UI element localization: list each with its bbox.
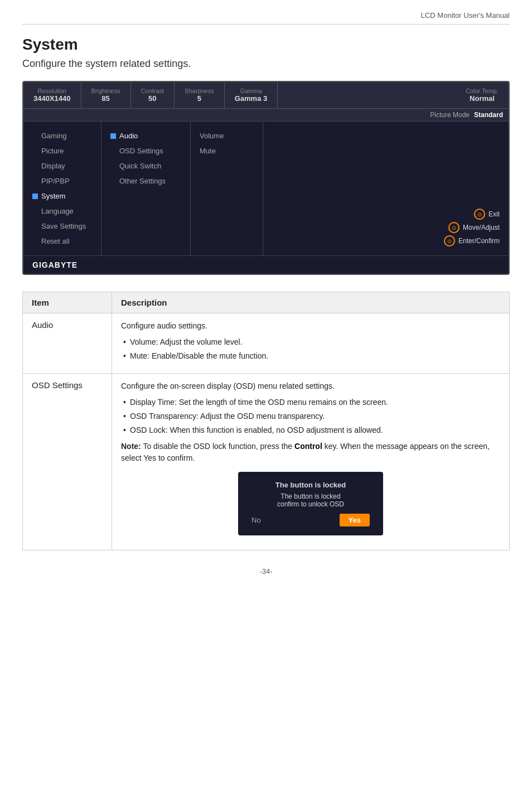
lock-buttons: No Yes bbox=[252, 514, 370, 526]
menu-item-quick-switch[interactable]: Quick Switch bbox=[101, 158, 190, 173]
exit-icon: ⊙ bbox=[474, 209, 485, 220]
list-item: Display Time: Set the length of time the… bbox=[121, 397, 500, 408]
monitor-submenu: Volume Mute bbox=[191, 122, 263, 255]
control-exit: ⊙ Exit bbox=[474, 209, 500, 220]
monitor-sidebar: Gaming Picture Display PIP/PBP System La… bbox=[23, 122, 101, 255]
monitor-ui: Resolution 3440X1440 Brightness 85 Contr… bbox=[22, 81, 510, 275]
sidebar-item-language[interactable]: Language bbox=[23, 204, 101, 219]
description-table: Item Description Audio Configure audio s… bbox=[22, 292, 510, 550]
picture-mode-value: Standard bbox=[474, 111, 503, 119]
item-audio: Audio bbox=[23, 313, 112, 374]
sidebar-item-picture[interactable]: Picture bbox=[23, 143, 101, 158]
item-osd-settings: OSD Settings bbox=[23, 374, 112, 550]
sidebar-item-pip-pbp[interactable]: PIP/PBP bbox=[23, 173, 101, 189]
desc-osd-settings: Configure the on-screen display (OSD) me… bbox=[112, 374, 510, 550]
submenu-item-volume[interactable]: Volume bbox=[191, 128, 263, 143]
lock-title-line1: The button is locked bbox=[252, 481, 370, 489]
lock-no-button[interactable]: No bbox=[252, 516, 261, 524]
manual-header: LCD Monitor User's Manual bbox=[22, 11, 510, 25]
picture-mode-label: Picture Mode bbox=[430, 111, 470, 119]
sidebar-item-display[interactable]: Display bbox=[23, 158, 101, 173]
monitor-controls-area: ⊙ Exit ⊙ Move/Adjust ⊙ Enter/Confirm bbox=[263, 122, 509, 255]
monitor-menu: Audio OSD Settings Quick Switch Other Se… bbox=[101, 122, 191, 255]
monitor-top-bar: Resolution 3440X1440 Brightness 85 Contr… bbox=[23, 82, 509, 109]
monitor-controls: ⊙ Exit ⊙ Move/Adjust ⊙ Enter/Confirm bbox=[272, 209, 500, 247]
menu-item-other-settings[interactable]: Other Settings bbox=[101, 173, 190, 189]
page-number: -34- bbox=[22, 567, 510, 576]
picture-mode-bar: Picture Mode Standard bbox=[23, 109, 509, 122]
top-resolution: Resolution 3440X1440 bbox=[23, 82, 81, 108]
control-enter-confirm: ⊙ Enter/Confirm bbox=[444, 235, 500, 247]
top-gamma: Gamma Gamma 3 bbox=[225, 82, 278, 108]
col-item-header: Item bbox=[23, 292, 112, 313]
submenu-item-mute[interactable]: Mute bbox=[191, 143, 263, 158]
page-subtitle: Configure the system related settings. bbox=[22, 58, 510, 70]
lock-box: The button is locked The button is locke… bbox=[238, 472, 383, 535]
sidebar-item-reset-all[interactable]: Reset all bbox=[23, 234, 101, 249]
list-item: OSD Transparency: Adjust the OSD menu tr… bbox=[121, 410, 500, 422]
desc-audio: Configure audio settings. Volume: Adjust… bbox=[112, 313, 510, 374]
list-item: Mute: Enable/Disable the mute function. bbox=[121, 350, 500, 362]
top-brightness: Brightness 85 bbox=[81, 82, 131, 108]
enter-confirm-icon: ⊙ bbox=[444, 235, 455, 247]
list-item: Volume: Adjust the volume level. bbox=[121, 336, 500, 348]
sidebar-item-save-settings[interactable]: Save Settings bbox=[23, 219, 101, 234]
table-row-osd-settings: OSD Settings Configure the on-screen dis… bbox=[23, 374, 510, 550]
top-color-temp: Color Temp. Normal bbox=[456, 82, 509, 108]
page-title: System bbox=[22, 36, 510, 54]
list-item: OSD Lock: When this function is enabled,… bbox=[121, 424, 500, 436]
control-keyword: Control bbox=[294, 442, 322, 451]
control-move-adjust: ⊙ Move/Adjust bbox=[448, 222, 500, 233]
table-row-audio: Audio Configure audio settings. Volume: … bbox=[23, 313, 510, 374]
manual-title: LCD Monitor User's Manual bbox=[421, 11, 510, 20]
lock-confirm-text: The button is lockedconfirm to unlock OS… bbox=[252, 492, 370, 508]
sidebar-item-system[interactable]: System bbox=[23, 189, 101, 204]
gigabyte-logo: GIGABYTE bbox=[32, 260, 78, 269]
lock-yes-button[interactable]: Yes bbox=[340, 514, 370, 526]
monitor-footer: GIGABYTE bbox=[23, 255, 509, 274]
note-label: Note: bbox=[121, 442, 141, 451]
move-adjust-icon: ⊙ bbox=[448, 222, 460, 233]
sidebar-item-gaming[interactable]: Gaming bbox=[23, 128, 101, 143]
system-checked-icon bbox=[32, 194, 38, 199]
menu-item-audio[interactable]: Audio bbox=[101, 128, 190, 143]
top-contrast: Contrast 50 bbox=[131, 82, 175, 108]
top-sharpness: Sharpness 5 bbox=[175, 82, 225, 108]
menu-item-osd-settings[interactable]: OSD Settings bbox=[101, 143, 190, 158]
monitor-main: Gaming Picture Display PIP/PBP System La… bbox=[23, 122, 509, 255]
audio-checked-icon bbox=[110, 133, 116, 139]
col-description-header: Description bbox=[112, 292, 510, 313]
